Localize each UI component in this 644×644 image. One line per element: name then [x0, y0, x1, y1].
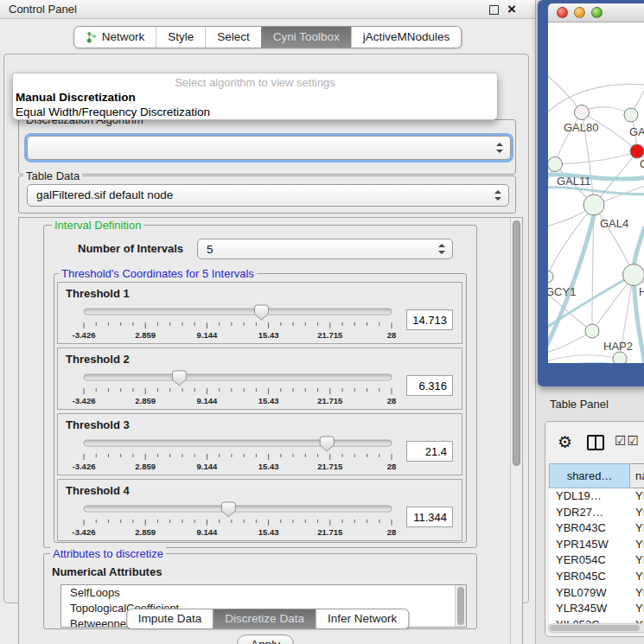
network-node[interactable]	[624, 108, 638, 122]
tab-cyni-toolbox[interactable]: Cyni Toolbox	[261, 27, 351, 48]
table-row[interactable]: YBL079WYBL0	[549, 585, 644, 602]
svg-text:15.43: 15.43	[258, 396, 279, 405]
table-hscrollbar-thumb[interactable]	[550, 625, 640, 631]
cell-name[interactable]: YDL1	[630, 488, 644, 505]
cell-shared-name[interactable]: YDR27…	[549, 505, 630, 521]
slider-handle[interactable]	[254, 305, 268, 320]
close-icon[interactable]: ×	[507, 0, 516, 18]
dropdown-option[interactable]: Equal Width/Frequency Discretization	[13, 105, 497, 119]
table-row[interactable]: YBR043CYBR0	[549, 520, 644, 537]
threshold-slider[interactable]: -3.4262.8599.14415.4321.71528	[77, 435, 399, 473]
cell-shared-name[interactable]: YBR043C	[549, 520, 630, 537]
cell-name[interactable]: YBR0	[630, 520, 644, 537]
network-edge[interactable]	[555, 112, 582, 164]
network-edge[interactable]	[548, 355, 620, 363]
network-edge[interactable]	[594, 205, 634, 275]
table-row[interactable]: YDL19…YDL1	[549, 488, 644, 505]
network-node[interactable]	[583, 194, 604, 215]
cell-shared-name[interactable]: YBR045C	[549, 569, 630, 585]
threshold-slider[interactable]: -3.4262.8599.14415.4321.71528	[77, 501, 399, 539]
list-scrollbar[interactable]	[455, 585, 466, 627]
slider-handle[interactable]	[320, 437, 334, 451]
apply-button[interactable]: Apply	[237, 634, 294, 644]
table-row[interactable]: YBR045CYBR0	[549, 569, 644, 585]
tab-label: Impute Data	[138, 609, 202, 628]
network-node[interactable]	[613, 352, 627, 363]
settings-scroll-pane: Interval Definition Number of Intervals …	[18, 217, 523, 644]
pane-scrollbar[interactable]	[510, 218, 522, 644]
cell-shared-name[interactable]: YDL19…	[549, 488, 630, 505]
close-traffic-light-icon[interactable]	[557, 7, 568, 18]
network-canvas[interactable]: GAL80GACGAL11GAL4GCY1HHAP2	[548, 22, 644, 363]
attribute-list-item[interactable]: SelfLoops	[61, 585, 466, 601]
dropdown-option[interactable]: Manual Discretization	[13, 90, 497, 105]
tab-style[interactable]: Style	[156, 27, 205, 48]
network-window-titlebar[interactable]	[548, 3, 644, 22]
threshold-panel: Threshold 2-3.4262.8599.14415.4321.71528	[57, 348, 462, 410]
threshold-value-field[interactable]	[406, 375, 453, 396]
threshold-value-field[interactable]	[406, 507, 453, 527]
threshold-value-field[interactable]	[406, 441, 453, 462]
minimize-traffic-light-icon[interactable]	[574, 7, 585, 18]
table-hscrollbar[interactable]	[548, 623, 644, 633]
threshold-panel: Threshold 3-3.4262.8599.14415.4321.71528	[57, 413, 462, 475]
network-edge-thick[interactable]	[548, 188, 644, 194]
tab-label: Infer Network	[328, 609, 397, 628]
algorithm-dropdown-popup: Select algorithm to view settings Manual…	[12, 73, 498, 120]
cell-shared-name[interactable]: YPR145W	[549, 537, 630, 553]
cell-name[interactable]: YPR1	[630, 537, 644, 553]
network-edge[interactable]	[548, 331, 592, 356]
bottom-tab-infer-network[interactable]: Infer Network	[316, 609, 408, 628]
tab-jactivemnodules[interactable]: jActiveMNodules	[351, 27, 462, 48]
tab-select[interactable]: Select	[205, 27, 261, 48]
pane-scrollbar-thumb[interactable]	[513, 220, 520, 466]
table-row[interactable]: YDR27…YDR2	[549, 505, 644, 521]
checkboxes-icon[interactable]: ☑☑	[615, 433, 640, 449]
float-panel-icon[interactable]	[489, 5, 499, 15]
gear-icon[interactable]: ⚙	[558, 432, 572, 451]
network-node[interactable]	[548, 157, 563, 172]
cell-name[interactable]: YBL0	[630, 585, 644, 602]
bottom-tab-discretize-data[interactable]: Discretize Data	[213, 609, 316, 628]
threshold-value-field[interactable]	[406, 309, 453, 330]
slider-handle[interactable]	[172, 371, 186, 386]
column-header-name[interactable]: na	[630, 463, 644, 488]
num-intervals-combo[interactable]: 5	[197, 239, 453, 259]
cell-shared-name[interactable]: YER054C	[549, 552, 630, 569]
column-header-shared-name[interactable]: shared…	[549, 463, 630, 488]
bottom-tab-impute-data[interactable]: Impute Data	[127, 609, 214, 628]
cell-name[interactable]: YER0	[630, 552, 644, 569]
threshold-slider[interactable]: -3.4262.8599.14415.4321.71528	[77, 303, 399, 341]
thresholds-group-label: Threshold's Coordinates for 5 Intervals	[59, 267, 257, 280]
svg-text:9.144: 9.144	[197, 396, 218, 405]
table-data-combo[interactable]: galFiltered.sif default node	[27, 184, 509, 207]
algorithm-combo[interactable]	[27, 136, 511, 160]
cell-shared-name[interactable]: YLR345W	[549, 601, 630, 617]
network-edge[interactable]	[548, 66, 582, 112]
interval-definition-label: Interval Definition	[52, 219, 143, 232]
cell-shared-name[interactable]: YBL079W	[549, 585, 630, 602]
cell-name[interactable]: YLR3	[630, 601, 644, 617]
network-node[interactable]	[585, 324, 599, 338]
list-scrollbar-thumb[interactable]	[457, 587, 464, 625]
network-node[interactable]	[548, 271, 553, 283]
threshold-slider[interactable]: -3.4262.8599.14415.4321.71528	[77, 369, 399, 407]
num-intervals-value: 5	[207, 243, 214, 256]
slider-handle[interactable]	[221, 502, 235, 517]
table-row[interactable]: YLR345WYLR3	[549, 601, 644, 617]
network-node[interactable]	[630, 144, 644, 158]
network-graph[interactable]: GAL80GACGAL11GAL4GCY1HHAP2	[548, 22, 644, 363]
table-row[interactable]: YER054CYER0	[549, 552, 644, 569]
network-edge[interactable]	[555, 151, 637, 164]
cell-name[interactable]: YDR2	[630, 505, 644, 521]
tab-network[interactable]: Network	[74, 27, 156, 48]
network-node-label: H	[639, 285, 644, 298]
tab-label: Network	[102, 27, 145, 48]
columns-icon[interactable]	[587, 435, 604, 450]
zoom-traffic-light-icon[interactable]	[591, 7, 603, 18]
svg-text:21.715: 21.715	[317, 330, 343, 340]
table-row[interactable]: YPR145WYPR1	[549, 537, 644, 553]
network-node[interactable]	[575, 105, 590, 120]
network-node[interactable]	[623, 265, 644, 286]
cell-name[interactable]: YBR0	[630, 569, 644, 585]
